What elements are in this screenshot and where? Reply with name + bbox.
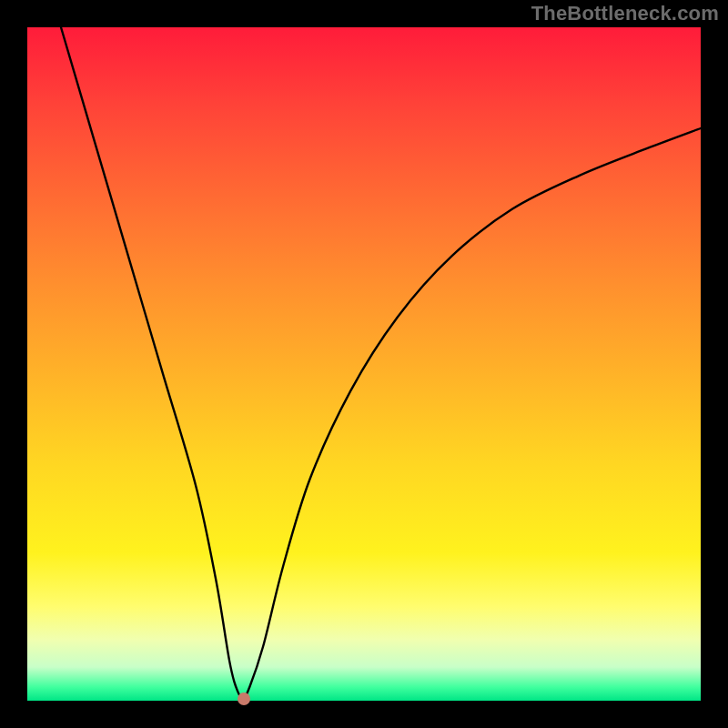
chart-frame: TheBottleneck.com bbox=[0, 0, 728, 728]
optimum-marker bbox=[238, 693, 250, 705]
bottleneck-curve bbox=[27, 27, 701, 701]
curve-path bbox=[61, 27, 701, 699]
plot-area bbox=[27, 27, 701, 701]
watermark-text: TheBottleneck.com bbox=[531, 2, 719, 25]
